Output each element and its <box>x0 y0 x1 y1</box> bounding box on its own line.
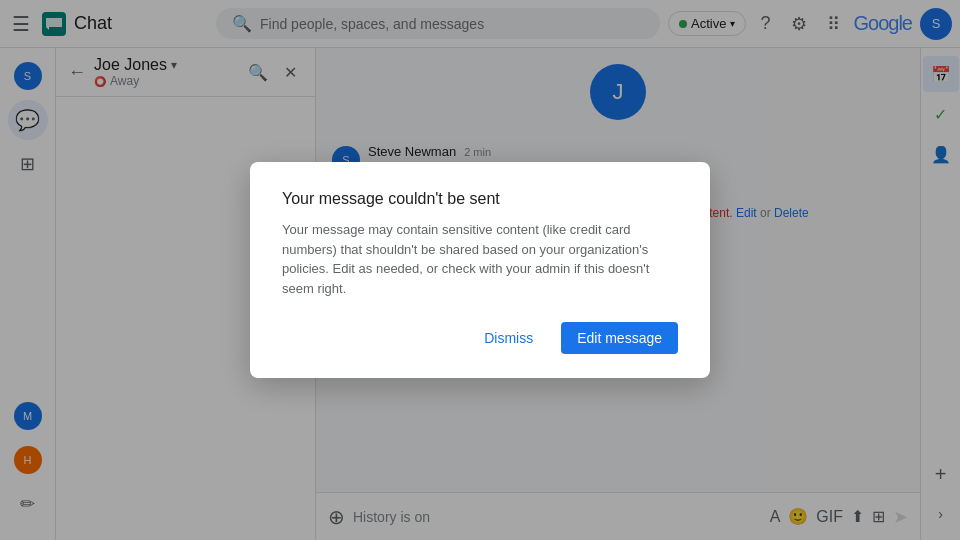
modal-overlay: Your message couldn't be sent Your messa… <box>0 0 960 540</box>
edit-message-button[interactable]: Edit message <box>561 322 678 354</box>
dialog-actions: Dismiss Edit message <box>282 322 678 354</box>
dialog-body: Your message may contain sensitive conte… <box>282 220 678 298</box>
dialog-title: Your message couldn't be sent <box>282 190 678 208</box>
dismiss-button[interactable]: Dismiss <box>468 322 549 354</box>
dialog: Your message couldn't be sent Your messa… <box>250 162 710 378</box>
